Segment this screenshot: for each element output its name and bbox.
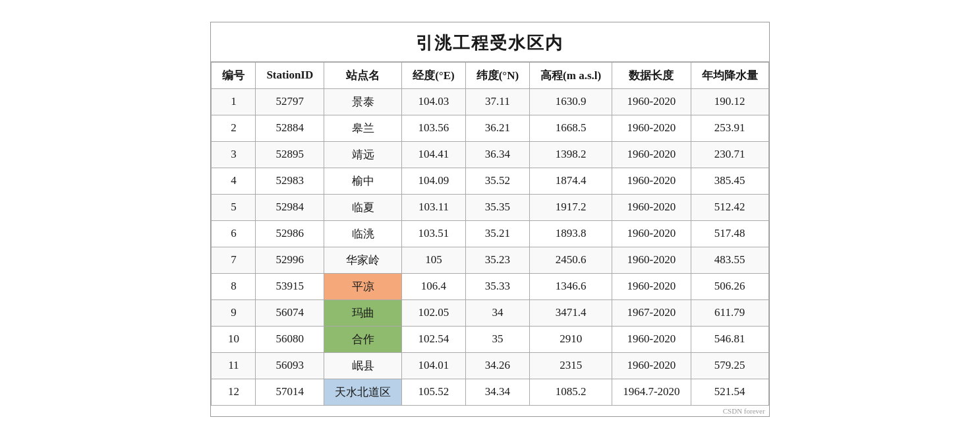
column-header: 高程(m a.s.l) <box>530 62 612 88</box>
table-row: 452983榆中104.0935.521874.41960-2020385.45 <box>212 168 768 194</box>
table-cell: 1893.8 <box>530 220 612 247</box>
table-body: 152797景泰104.0337.111630.91960-2020190.12… <box>212 88 768 405</box>
page-title: 引洮工程受水区内 <box>211 22 768 62</box>
table-cell: 52996 <box>256 247 324 273</box>
table-row: 152797景泰104.0337.111630.91960-2020190.12 <box>212 88 768 115</box>
table-cell: 517.48 <box>691 220 768 247</box>
table-cell: 1964.7-2020 <box>612 379 691 405</box>
table-cell: 34.26 <box>465 352 529 379</box>
table-cell: 253.91 <box>691 115 768 141</box>
table-cell: 521.54 <box>691 379 768 405</box>
table-cell: 103.51 <box>402 220 465 247</box>
table-cell: 3471.4 <box>530 299 612 326</box>
table-cell: 35.52 <box>465 168 529 194</box>
data-table: 编号StationID站点名经度(°E)纬度(°N)高程(m a.s.l)数据长… <box>211 62 768 406</box>
table-cell: 11 <box>212 352 256 379</box>
table-cell: 临洮 <box>324 220 402 247</box>
table-cell: 2450.6 <box>530 247 612 273</box>
header-row: 编号StationID站点名经度(°E)纬度(°N)高程(m a.s.l)数据长… <box>212 62 768 88</box>
column-header: 数据长度 <box>612 62 691 88</box>
table-row: 752996华家岭10535.232450.61960-2020483.55 <box>212 247 768 273</box>
table-cell: 平凉 <box>324 273 402 299</box>
table-cell: 2315 <box>530 352 612 379</box>
table-cell: 12 <box>212 379 256 405</box>
table-cell: 天水北道区 <box>324 379 402 405</box>
table-cell: 52797 <box>256 88 324 115</box>
table-row: 652986临洮103.5135.211893.81960-2020517.48 <box>212 220 768 247</box>
watermark: CSDN forever <box>211 406 768 416</box>
table-container: 引洮工程受水区内 编号StationID站点名经度(°E)纬度(°N)高程(m … <box>210 22 769 417</box>
table-row: 1056080合作102.543529101960-2020546.81 <box>212 326 768 352</box>
table-cell: 34.34 <box>465 379 529 405</box>
table-cell: 1917.2 <box>530 194 612 220</box>
table-cell: 4 <box>212 168 256 194</box>
table-cell: 35.33 <box>465 273 529 299</box>
table-cell: 岷县 <box>324 352 402 379</box>
table-cell: 1960-2020 <box>612 352 691 379</box>
table-cell: 2910 <box>530 326 612 352</box>
table-cell: 1960-2020 <box>612 88 691 115</box>
table-cell: 1 <box>212 88 256 115</box>
column-header: 纬度(°N) <box>465 62 529 88</box>
table-cell: 190.12 <box>691 88 768 115</box>
table-cell: 1960-2020 <box>612 220 691 247</box>
table-cell: 1960-2020 <box>612 141 691 168</box>
table-cell: 8 <box>212 273 256 299</box>
table-cell: 52895 <box>256 141 324 168</box>
table-cell: 景泰 <box>324 88 402 115</box>
table-cell: 1346.6 <box>530 273 612 299</box>
table-cell: 104.03 <box>402 88 465 115</box>
table-cell: 105.52 <box>402 379 465 405</box>
table-cell: 56093 <box>256 352 324 379</box>
table-cell: 1874.4 <box>530 168 612 194</box>
table-cell: 611.79 <box>691 299 768 326</box>
column-header: 年均降水量 <box>691 62 768 88</box>
table-cell: 104.41 <box>402 141 465 168</box>
table-cell: 102.54 <box>402 326 465 352</box>
table-cell: 靖远 <box>324 141 402 168</box>
table-row: 252884皋兰103.5636.211668.51960-2020253.91 <box>212 115 768 141</box>
table-cell: 临夏 <box>324 194 402 220</box>
table-cell: 榆中 <box>324 168 402 194</box>
table-cell: 230.71 <box>691 141 768 168</box>
table-cell: 1960-2020 <box>612 247 691 273</box>
table-cell: 104.09 <box>402 168 465 194</box>
table-cell: 6 <box>212 220 256 247</box>
table-cell: 华家岭 <box>324 247 402 273</box>
table-cell: 36.34 <box>465 141 529 168</box>
table-cell: 35 <box>465 326 529 352</box>
table-row: 552984临夏103.1135.351917.21960-2020512.42 <box>212 194 768 220</box>
table-cell: 56080 <box>256 326 324 352</box>
table-cell: 5 <box>212 194 256 220</box>
table-cell: 9 <box>212 299 256 326</box>
table-cell: 52984 <box>256 194 324 220</box>
table-cell: 7 <box>212 247 256 273</box>
table-cell: 1960-2020 <box>612 168 691 194</box>
table-cell: 1960-2020 <box>612 326 691 352</box>
table-cell: 36.21 <box>465 115 529 141</box>
table-cell: 皋兰 <box>324 115 402 141</box>
table-cell: 3 <box>212 141 256 168</box>
table-cell: 2 <box>212 115 256 141</box>
table-cell: 52884 <box>256 115 324 141</box>
table-cell: 106.4 <box>402 273 465 299</box>
table-cell: 385.45 <box>691 168 768 194</box>
table-cell: 546.81 <box>691 326 768 352</box>
table-cell: 1960-2020 <box>612 194 691 220</box>
table-cell: 37.11 <box>465 88 529 115</box>
table-cell: 35.21 <box>465 220 529 247</box>
table-row: 1257014天水北道区105.5234.341085.21964.7-2020… <box>212 379 768 405</box>
column-header: 编号 <box>212 62 256 88</box>
table-cell: 1630.9 <box>530 88 612 115</box>
table-cell: 103.56 <box>402 115 465 141</box>
table-row: 352895靖远104.4136.341398.21960-2020230.71 <box>212 141 768 168</box>
table-cell: 483.55 <box>691 247 768 273</box>
table-cell: 1960-2020 <box>612 115 691 141</box>
table-row: 853915平凉106.435.331346.61960-2020506.26 <box>212 273 768 299</box>
table-cell: 1960-2020 <box>612 273 691 299</box>
column-header: 经度(°E) <box>402 62 465 88</box>
table-cell: 1967-2020 <box>612 299 691 326</box>
table-cell: 506.26 <box>691 273 768 299</box>
table-cell: 合作 <box>324 326 402 352</box>
table-cell: 玛曲 <box>324 299 402 326</box>
